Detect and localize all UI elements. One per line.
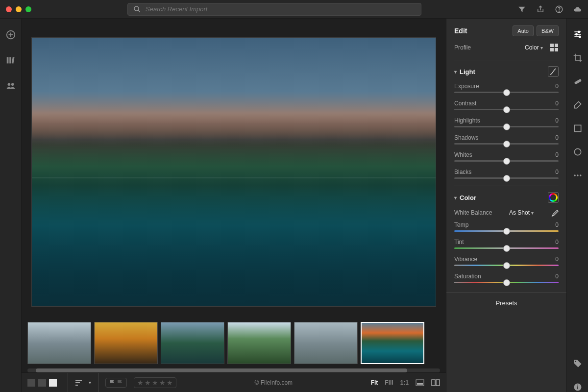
- edit-panel: Edit Auto B&W Profile Color ▾ ▾ Light Ex…: [446, 19, 566, 392]
- eyedropper-icon[interactable]: [551, 209, 559, 217]
- thumbnail[interactable]: [94, 322, 158, 364]
- temp-slider[interactable]: [454, 230, 559, 232]
- zoom-fill-button[interactable]: Fill: [385, 379, 393, 386]
- compare-view-icon[interactable]: [431, 379, 440, 386]
- saturation-value: 0: [555, 273, 559, 280]
- search-icon: [133, 5, 142, 14]
- add-photos-icon[interactable]: [5, 29, 16, 40]
- thumbnail[interactable]: [294, 322, 358, 364]
- view-original-icon[interactable]: [416, 379, 424, 386]
- light-section-title: Light: [460, 68, 475, 75]
- search-input[interactable]: [146, 5, 416, 13]
- tint-slider[interactable]: [454, 247, 559, 249]
- whites-label: Whites: [454, 151, 472, 158]
- tint-label: Tint: [454, 239, 464, 245]
- thumbnail[interactable]: [161, 322, 224, 364]
- exposure-label: Exposure: [454, 83, 479, 90]
- chevron-down-icon: ▾: [89, 380, 91, 385]
- sharing-icon[interactable]: [5, 80, 16, 91]
- vibrance-slider[interactable]: [454, 265, 559, 266]
- grid-view-small-icon[interactable]: [27, 379, 35, 387]
- linear-gradient-icon[interactable]: [573, 123, 583, 133]
- saturation-label: Saturation: [454, 273, 481, 280]
- grid-view-medium-icon[interactable]: [38, 379, 46, 387]
- radial-gradient-icon[interactable]: [573, 147, 583, 157]
- edit-sliders-icon[interactable]: [573, 29, 583, 39]
- saturation-slider[interactable]: [454, 282, 559, 283]
- sort-icon: [75, 379, 84, 386]
- watermark-text: © FileInfo.com: [255, 379, 293, 386]
- svg-point-31: [574, 148, 581, 155]
- svg-rect-19: [550, 44, 554, 47]
- flag-buttons[interactable]: [105, 378, 127, 388]
- bw-button[interactable]: B&W: [537, 25, 559, 36]
- star-icon: ★: [159, 379, 166, 387]
- thumbnail-selected[interactable]: [361, 322, 424, 364]
- svg-rect-16: [417, 383, 423, 385]
- info-icon[interactable]: [573, 382, 583, 392]
- svg-point-28: [579, 36, 580, 37]
- presets-button[interactable]: Presets: [446, 292, 566, 314]
- color-section-toggle[interactable]: ▾ Color: [454, 194, 476, 201]
- svg-point-34: [580, 174, 581, 176]
- color-wheel-icon: [549, 193, 558, 202]
- profile-label: Profile: [454, 44, 471, 51]
- brush-icon[interactable]: [573, 100, 583, 110]
- more-icon[interactable]: [573, 171, 583, 180]
- star-icon: ★: [167, 379, 173, 387]
- color-section-title: Color: [460, 194, 476, 201]
- svg-rect-18: [436, 380, 440, 386]
- vibrance-value: 0: [555, 256, 559, 263]
- svg-point-0: [134, 6, 139, 11]
- library-icon[interactable]: [5, 55, 16, 66]
- single-view-icon[interactable]: [49, 379, 57, 387]
- zoom-fit-button[interactable]: Fit: [371, 379, 378, 386]
- main-photo[interactable]: [31, 37, 436, 307]
- svg-point-35: [575, 361, 576, 363]
- close-window-button[interactable]: [6, 6, 12, 12]
- svg-line-1: [138, 10, 140, 12]
- svg-point-32: [574, 174, 575, 176]
- tag-icon[interactable]: [573, 359, 583, 368]
- shadows-label: Shadows: [454, 134, 478, 141]
- svg-rect-30: [574, 125, 581, 131]
- whites-slider[interactable]: [454, 160, 559, 162]
- thumbnail[interactable]: [227, 322, 291, 364]
- tone-curve-icon: [550, 68, 557, 75]
- crop-icon[interactable]: [573, 53, 583, 63]
- footer-bar: ▾ ★ ★ ★ ★ ★ © FileInfo.com Fit Fill 1:1: [22, 372, 446, 392]
- auto-button[interactable]: Auto: [513, 25, 534, 36]
- filmstrip-scrollbar[interactable]: [27, 368, 440, 372]
- svg-rect-20: [555, 44, 558, 47]
- search-bar[interactable]: [127, 3, 421, 16]
- profile-browser-icon[interactable]: [550, 43, 559, 52]
- color-mixer-button[interactable]: [548, 192, 559, 203]
- thumbnail[interactable]: [27, 322, 91, 364]
- flag-pick-icon: [109, 379, 116, 386]
- svg-rect-7: [6, 57, 8, 64]
- blacks-value: 0: [555, 169, 559, 175]
- rating-stars[interactable]: ★ ★ ★ ★ ★: [134, 377, 176, 388]
- edit-panel-title: Edit: [454, 27, 467, 35]
- blacks-slider[interactable]: [454, 177, 559, 179]
- maximize-window-button[interactable]: [25, 6, 31, 12]
- highlights-slider[interactable]: [454, 126, 559, 127]
- tone-curve-button[interactable]: [548, 66, 559, 77]
- tint-value: 0: [555, 239, 559, 245]
- exposure-slider[interactable]: [454, 92, 559, 93]
- filter-icon[interactable]: [517, 5, 526, 14]
- cloud-sync-icon[interactable]: [573, 5, 582, 14]
- contrast-slider[interactable]: [454, 109, 559, 110]
- shadows-slider[interactable]: [454, 143, 559, 145]
- profile-value[interactable]: Color ▾: [525, 44, 543, 51]
- exposure-value: 0: [555, 83, 559, 90]
- minimize-window-button[interactable]: [16, 6, 22, 12]
- zoom-1to1-button[interactable]: 1:1: [400, 379, 409, 386]
- share-icon[interactable]: [536, 5, 545, 14]
- white-balance-value[interactable]: As Shot ▾: [509, 209, 534, 216]
- sort-control[interactable]: ▾: [68, 373, 98, 392]
- light-section-toggle[interactable]: ▾ Light: [454, 68, 475, 75]
- vibrance-label: Vibrance: [454, 256, 477, 263]
- healing-brush-icon[interactable]: [573, 76, 583, 86]
- help-icon[interactable]: [555, 5, 564, 14]
